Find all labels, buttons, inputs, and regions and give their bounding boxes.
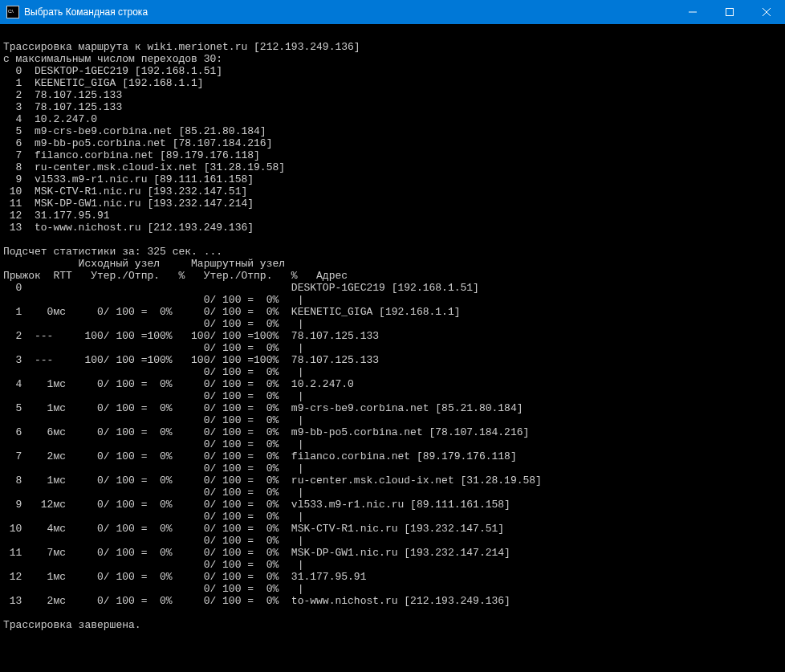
cmd-icon <box>6 6 19 18</box>
window-buttons <box>674 0 785 24</box>
minimize-button[interactable] <box>674 0 711 24</box>
maximize-button[interactable] <box>711 0 748 24</box>
window-title: Выбрать Командная строка <box>24 0 148 24</box>
svg-rect-1 <box>726 9 734 16</box>
close-button[interactable] <box>748 0 785 24</box>
titlebar[interactable]: Выбрать Командная строка <box>0 0 785 24</box>
terminal-output[interactable]: Трассировка маршрута к wiki.merionet.ru … <box>0 24 785 672</box>
cmd-window: Выбрать Командная строка Трассировка мар… <box>0 0 785 672</box>
